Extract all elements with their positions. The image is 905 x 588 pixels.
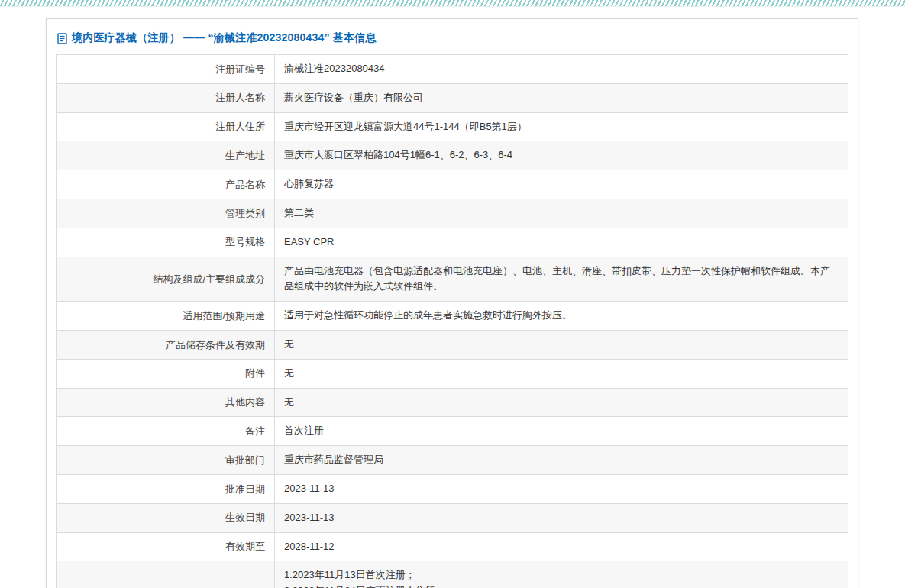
row-value: 重庆市经开区迎龙镇富源大道44号1-144（即B5第1层） bbox=[275, 113, 848, 141]
row-label: 批准日期 bbox=[57, 475, 275, 503]
table-row: 生产地址 重庆市大渡口区翠柏路104号1幢6-1、6-2、6-3、6-4 bbox=[57, 141, 848, 170]
row-value: 心肺复苏器 bbox=[275, 170, 848, 199]
row-label: 审批部门 bbox=[57, 446, 275, 474]
table-row: 型号规格 EASY CPR bbox=[57, 228, 848, 257]
row-value: 适用于对急性循环功能停止的成年患者实施急救时进行胸外按压。 bbox=[275, 302, 848, 330]
row-label: 有效期至 bbox=[57, 533, 275, 561]
change-history-text: 1.2023年11月13日首次注册； 2.2023年11月24日变更注册人住所；… bbox=[284, 567, 839, 588]
registration-info-panel: 境内医疗器械（注册） —— “渝械注准20232080434” 基本信息 注册证… bbox=[46, 18, 858, 588]
table-row: 备注 首次注册 bbox=[57, 417, 848, 446]
row-label: 结构及组成/主要组成成分 bbox=[57, 257, 275, 302]
decorative-top-stripe bbox=[0, 0, 905, 7]
table-row: 适用范围/预期用途 适用于对急性循环功能停止的成年患者实施急救时进行胸外按压。 bbox=[57, 302, 848, 331]
row-label: 生效日期 bbox=[57, 504, 275, 532]
row-value: 重庆市药品监督管理局 bbox=[275, 446, 848, 474]
row-value: 无 bbox=[275, 331, 848, 359]
table-row: 注册人住所 重庆市经开区迎龙镇富源大道44号1-144（即B5第1层） bbox=[57, 113, 848, 142]
document-icon bbox=[57, 33, 67, 44]
panel-header: 境内医疗器械（注册） —— “渝械注准20232080434” 基本信息 bbox=[56, 28, 848, 54]
table-row: 结构及组成/主要组成成分 产品由电池充电器（包含电源适配器和电池充电座）、电池、… bbox=[57, 257, 848, 302]
row-value: 无 bbox=[275, 389, 848, 417]
row-label: 注册人住所 bbox=[57, 113, 275, 141]
row-value: 渝械注准20232080434 bbox=[275, 55, 848, 83]
registration-info-table: 注册证编号 渝械注准20232080434 注册人名称 薪火医疗设备（重庆）有限… bbox=[56, 54, 848, 588]
row-value: 2023-11-13 bbox=[275, 504, 848, 532]
table-row: 注册证编号 渝械注准20232080434 bbox=[57, 55, 848, 84]
row-label: 备注 bbox=[57, 417, 275, 445]
table-row: 其他内容 无 bbox=[57, 389, 848, 418]
table-row: 附件 无 bbox=[57, 360, 848, 389]
row-value: 2028-11-12 bbox=[275, 533, 848, 561]
table-row: 管理类别 第二类 bbox=[57, 199, 848, 228]
table-row: 生效日期 2023-11-13 bbox=[57, 504, 848, 533]
row-value: 首次注册 bbox=[275, 417, 848, 445]
row-label: 适用范围/预期用途 bbox=[57, 302, 275, 330]
table-row: 注册人名称 薪火医疗设备（重庆）有限公司 bbox=[57, 84, 848, 113]
row-value: EASY CPR bbox=[275, 228, 848, 257]
row-label: 注册证编号 bbox=[57, 55, 275, 83]
table-row: 产品名称 心肺复苏器 bbox=[57, 170, 848, 199]
page-title: 境内医疗器械（注册） —— “渝械注准20232080434” 基本信息 bbox=[72, 31, 377, 45]
row-value: 2023-11-13 bbox=[275, 475, 848, 503]
table-row: 变更情况 1.2023年11月13日首次注册； 2.2023年11月24日变更注… bbox=[57, 561, 848, 588]
row-label: 管理类别 bbox=[57, 199, 275, 228]
row-label: 生产地址 bbox=[57, 141, 275, 170]
row-label: 产品储存条件及有效期 bbox=[57, 331, 275, 359]
row-value: 无 bbox=[275, 360, 848, 388]
row-label: 型号规格 bbox=[57, 228, 275, 257]
table-row: 产品储存条件及有效期 无 bbox=[57, 331, 848, 360]
row-label: 变更情况 bbox=[57, 561, 275, 588]
row-value: 薪火医疗设备（重庆）有限公司 bbox=[275, 84, 848, 112]
row-label: 附件 bbox=[57, 360, 275, 388]
table-row: 批准日期 2023-11-13 bbox=[57, 475, 848, 504]
row-value: 产品由电池充电器（包含电源适配器和电池充电座）、电池、主机、滑座、带扣皮带、压力… bbox=[275, 257, 848, 302]
row-label: 注册人名称 bbox=[57, 84, 275, 112]
table-row: 审批部门 重庆市药品监督管理局 bbox=[57, 446, 848, 475]
row-label: 其他内容 bbox=[57, 389, 275, 417]
row-value: 第二类 bbox=[275, 199, 848, 228]
row-value: 重庆市大渡口区翠柏路104号1幢6-1、6-2、6-3、6-4 bbox=[275, 141, 848, 170]
row-label: 产品名称 bbox=[57, 170, 275, 199]
table-row: 有效期至 2028-11-12 bbox=[57, 533, 848, 562]
row-value: 1.2023年11月13日首次注册； 2.2023年11月24日变更注册人住所；… bbox=[275, 561, 848, 588]
